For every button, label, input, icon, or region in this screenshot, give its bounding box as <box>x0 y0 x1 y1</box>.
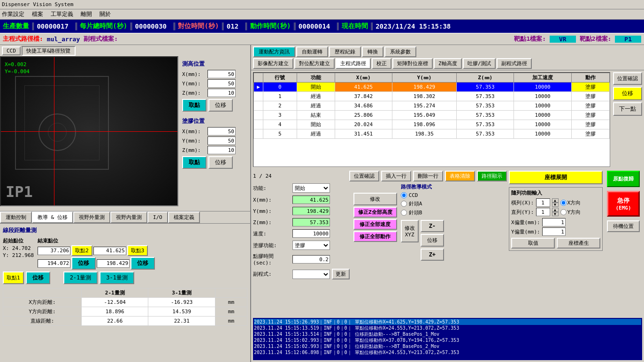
z-minus-btn[interactable]: Z- <box>421 220 444 232</box>
x-bias-input[interactable] <box>542 218 566 226</box>
meas-take-btn[interactable]: 取點 <box>182 99 207 112</box>
take1-btn[interactable]: 取點1 <box>3 272 24 284</box>
meas-y-input[interactable] <box>207 79 236 88</box>
insert-row-btn[interactable]: 插入一行 <box>381 171 411 181</box>
tab-convert[interactable]: 轉換 <box>362 46 383 57</box>
tab-motion-control[interactable]: 運動控制 <box>0 211 32 223</box>
table-row[interactable]: 5 經過 31.451 198.35 57.353 10000 塗膠 <box>254 129 610 139</box>
meas-x-input[interactable] <box>207 70 236 78</box>
modify-z-all-btn[interactable]: 修正Z全部高度 <box>353 207 397 218</box>
meas21-btn[interactable]: 2-1量測 <box>63 272 98 284</box>
subtab-calibration[interactable]: 校正 <box>372 58 391 69</box>
tab-history[interactable]: 歷程紀錄 <box>329 46 361 57</box>
subtab-matrix-coord[interactable]: 矩陣對位座標 <box>392 58 433 69</box>
standby-btn[interactable]: 待機位置 <box>607 220 640 232</box>
meas-move-btn[interactable]: 位移 <box>208 99 233 112</box>
pos-confirm-btn[interactable]: 位置確認 <box>349 171 379 181</box>
end2-x-input[interactable] <box>93 247 126 255</box>
subtab-main-path[interactable]: 主程式路徑 <box>336 58 371 69</box>
menu-item-settings[interactable]: 作業設定 <box>2 10 24 18</box>
update-sub-btn[interactable]: 更新 <box>332 269 350 279</box>
subtab-dispense-test[interactable]: 吐膠/測試 <box>463 58 496 69</box>
take2-btn[interactable]: 取點2 <box>71 245 92 256</box>
subprog-select[interactable] <box>292 270 330 279</box>
modify-xyz-btn[interactable]: 修改XYZ <box>401 220 419 242</box>
disp-y-input[interactable] <box>207 136 236 145</box>
disp-z-input[interactable] <box>207 146 236 154</box>
end1-y-input[interactable] <box>38 259 70 268</box>
move-point-btn[interactable]: 位移 <box>613 87 642 100</box>
move3-btn[interactable]: 位移 <box>130 257 155 270</box>
move-ctrl-btn[interactable]: 位移 <box>421 234 444 247</box>
end1-x-input[interactable] <box>38 247 70 255</box>
col-up-btn[interactable]: ▲ <box>552 208 559 212</box>
tab-inner-measure[interactable]: 視野內量測 <box>110 211 147 223</box>
take3-btn[interactable]: 取點3 <box>127 245 148 256</box>
table-row[interactable]: ▶ 0 開始 41.625 198.429 57.353 10000 塗膠 <box>254 83 610 92</box>
y-bias-input[interactable] <box>542 227 566 236</box>
show-path-btn[interactable]: 路徑顯示 <box>477 171 507 181</box>
table-row[interactable]: 1 經過 37.842 198.302 57.353 10000 塗膠 <box>254 92 610 101</box>
z-plus-btn[interactable]: Z+ <box>421 249 444 261</box>
ccd-tab[interactable]: CCD <box>2 46 21 55</box>
modify-all-speed-btn[interactable]: 修正全部速度 <box>353 219 397 230</box>
restore-origin-btn[interactable]: 原點復歸 <box>607 171 640 187</box>
speed-input[interactable] <box>292 229 330 238</box>
emg-stop-btn[interactable]: 急停 (EMG) <box>607 191 640 217</box>
subtab-image-recipe[interactable]: 影像配方建立 <box>253 58 293 69</box>
z-input[interactable] <box>292 218 330 226</box>
coord-expand-btn[interactable]: 座標展開 <box>509 171 603 184</box>
subtab-sub-path[interactable]: 副程式路徑 <box>497 58 532 69</box>
dot-time-input[interactable] <box>292 255 330 264</box>
tab-motion-recipe[interactable]: 運動配方資訊 <box>253 46 295 57</box>
y-input[interactable] <box>292 207 330 215</box>
get-value-btn[interactable]: 取值 <box>511 238 555 249</box>
move2-btn[interactable]: 位移 <box>71 257 96 270</box>
modify-btn[interactable]: 修改 <box>353 193 397 205</box>
menu-item-about[interactable]: 關於 <box>100 10 111 18</box>
x-input[interactable] <box>292 196 330 204</box>
tab-system[interactable]: 系統參數 <box>384 46 416 57</box>
menu-item-workorder[interactable]: 工單定義 <box>51 10 73 18</box>
meas-z-input[interactable] <box>207 89 236 97</box>
menu-bar: 作業設定 檔案 工單定義 離開 關於 <box>0 9 644 20</box>
end2-y-input[interactable] <box>97 259 130 268</box>
y-dir-radio[interactable] <box>560 209 567 215</box>
prev-point-btn[interactable]: 位置確認 <box>613 72 642 85</box>
row-up-btn[interactable]: ▲ <box>552 198 559 203</box>
radio-ccd[interactable] <box>401 192 407 198</box>
col-input[interactable] <box>536 208 550 216</box>
disp-move-btn[interactable]: 位移 <box>208 156 233 169</box>
main-path-label: 主程式路徑檔: <box>3 35 43 43</box>
menu-item-file[interactable]: 檔案 <box>32 10 43 18</box>
row-input[interactable] <box>536 198 550 207</box>
meas31-btn[interactable]: 3-1量測 <box>100 272 134 284</box>
table-row[interactable]: 4 開始 20.024 198.096 57.353 10000 塗膠 <box>254 120 610 129</box>
tab-teach-move[interactable]: 教導 & 位移 <box>32 211 73 223</box>
disp-take-btn[interactable]: 取點 <box>182 156 207 169</box>
radio-needleA[interactable] <box>401 201 407 207</box>
disp-x-input[interactable] <box>207 127 236 136</box>
quick-tab[interactable]: 快捷工單&路徑預覽 <box>22 46 76 56</box>
col-down-btn[interactable]: ▼ <box>552 212 559 216</box>
tab-io[interactable]: I/O <box>147 211 168 223</box>
delete-row-btn[interactable]: 刪除一行 <box>413 171 443 181</box>
gen-coord-btn[interactable]: 座標產生 <box>557 238 600 249</box>
tab-outer-measure[interactable]: 視野外量測 <box>73 211 110 223</box>
move1-btn[interactable]: 位移 <box>26 272 50 284</box>
menu-item-exit[interactable]: 離開 <box>81 10 92 18</box>
subtab-z-height[interactable]: Z軸高度 <box>434 58 462 69</box>
row-down-btn[interactable]: ▼ <box>552 203 559 207</box>
modify-all-action-btn[interactable]: 修正全部動作 <box>353 231 397 242</box>
x-dir-radio[interactable] <box>560 200 567 206</box>
tab-auto-run[interactable]: 自動運轉 <box>296 46 328 57</box>
next-point-btn[interactable]: 下一點 <box>613 102 642 116</box>
tab-file-def[interactable]: 檔案定義 <box>168 211 200 223</box>
table-row[interactable]: 3 結束 25.806 195.049 57.353 10000 塗膠 <box>254 111 610 120</box>
clear-table-btn[interactable]: 表格清除 <box>445 171 475 181</box>
disp-func-select[interactable]: 塗膠 <box>292 241 330 250</box>
func-select[interactable]: 開始經過結束 <box>292 183 330 193</box>
table-row[interactable]: 2 經過 34.686 195.274 57.353 10000 塗膠 <box>254 101 610 111</box>
subtab-align-recipe[interactable]: 對位配方建立 <box>294 58 335 69</box>
radio-needleB[interactable] <box>401 210 407 216</box>
